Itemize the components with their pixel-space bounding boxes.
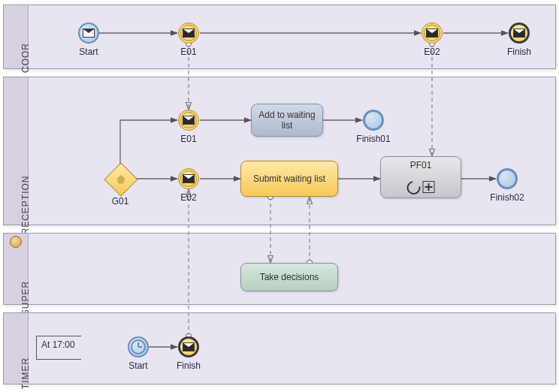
timer-start-event[interactable] <box>128 336 149 357</box>
timer-finish-label: Finish <box>162 360 215 371</box>
envelope-icon <box>183 29 195 38</box>
timer-finish-event[interactable] <box>178 336 199 357</box>
lane-head-super: SUPER <box>4 234 29 304</box>
subprocess-markers <box>407 181 435 194</box>
subprocess-pf01[interactable]: PF01 <box>380 156 461 198</box>
envelope-icon <box>513 29 525 38</box>
reception-finish02-event[interactable] <box>497 168 518 189</box>
subprocess-label: PF01 <box>381 160 461 170</box>
coor-e01-event[interactable] <box>178 23 199 44</box>
coor-start-event[interactable] <box>78 23 99 44</box>
coor-e01-label: E01 <box>162 47 215 57</box>
reception-finish02-label: Finish02 <box>481 192 533 203</box>
annotation-text: At 17:00 <box>41 339 75 350</box>
lane-head-coor: COOR <box>4 5 29 68</box>
task-label: Submit waiting list <box>253 173 325 184</box>
coor-finish-event[interactable] <box>509 23 530 44</box>
clock-icon <box>131 339 146 354</box>
coor-start-label: Start <box>62 47 115 57</box>
lane-title-reception: RECEPTION <box>20 175 31 234</box>
lane-head-timer: TIMER <box>4 313 29 384</box>
reception-e01-event[interactable] <box>178 110 199 131</box>
lane-reception: RECEPTION <box>3 77 556 225</box>
task-label: Take decisions <box>260 272 319 282</box>
lane-head-reception: RECEPTION <box>4 77 29 225</box>
reception-e02-event[interactable] <box>178 168 199 189</box>
annotation-at-1700: At 17:00 <box>36 336 81 360</box>
lane-title-timer: TIMER <box>20 357 31 389</box>
gateway-g01-label: G01 <box>94 196 147 207</box>
envelope-icon <box>183 342 195 351</box>
diagram-canvas: COOR RECEPTION SUPER TIMER <box>0 0 559 392</box>
task-add-to-waiting-list[interactable]: Add to waiting list <box>251 104 323 137</box>
timer-start-label: Start <box>112 360 165 371</box>
lane-timer: TIMER <box>3 312 556 384</box>
envelope-icon <box>83 29 95 38</box>
lane-title-super: SUPER <box>20 281 31 315</box>
reception-e01-label: E01 <box>162 134 215 144</box>
envelope-icon <box>426 29 438 38</box>
envelope-icon <box>183 174 195 183</box>
task-take-decisions[interactable]: Take decisions <box>240 263 338 291</box>
coor-finish-label: Finish <box>493 47 545 57</box>
expand-marker-icon <box>423 181 435 193</box>
task-submit-waiting-list[interactable]: Submit waiting list <box>240 161 338 197</box>
coor-e02-label: E02 <box>406 47 458 57</box>
loop-marker-icon <box>404 178 423 197</box>
lane-title-coor: COOR <box>20 43 31 73</box>
reception-finish01-label: Finish01 <box>347 134 400 144</box>
envelope-icon <box>183 116 195 125</box>
reception-finish01-event[interactable] <box>363 110 384 131</box>
reception-e02-label: E02 <box>162 192 215 203</box>
coor-e02-event[interactable] <box>422 23 443 44</box>
pentagon-icon <box>116 175 125 184</box>
task-label: Add to waiting list <box>256 110 318 131</box>
